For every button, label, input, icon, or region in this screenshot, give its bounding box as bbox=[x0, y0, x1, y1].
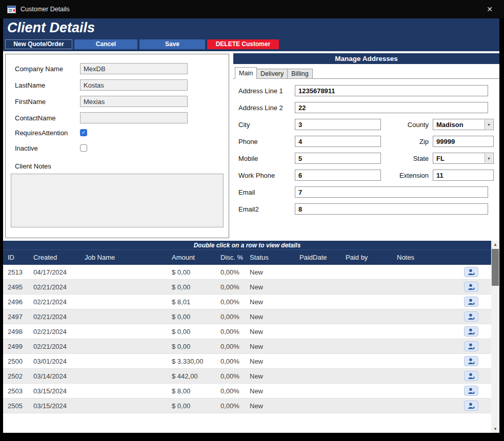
view-customer-icon[interactable] bbox=[464, 297, 478, 307]
work-phone-input[interactable]: 6 bbox=[295, 170, 381, 181]
contact-name-input[interactable] bbox=[80, 112, 188, 123]
client-notes-input[interactable] bbox=[11, 174, 224, 227]
col-amount: Amount bbox=[167, 254, 216, 261]
content-area: Company Name MexDB LastName Kostas First… bbox=[3, 51, 499, 241]
email2-label: Email2 bbox=[238, 205, 295, 213]
email2-input[interactable]: 8 bbox=[295, 203, 488, 215]
client-info-panel: Company Name MexDB LastName Kostas First… bbox=[5, 54, 229, 238]
table-row[interactable]: 2513 04/17/2024 $ 0,00 0,00% New bbox=[3, 265, 491, 280]
col-job-name: Job Name bbox=[80, 254, 167, 261]
scroll-up-icon[interactable]: ▲ bbox=[491, 241, 499, 248]
view-customer-icon[interactable] bbox=[464, 311, 478, 322]
page-title: Client Details bbox=[7, 20, 95, 36]
contact-name-label: ContactName bbox=[15, 114, 80, 122]
title-bar: Customer Details ✕ bbox=[0, 0, 504, 18]
grid-body: 2513 04/17/2024 $ 0,00 0,00% New 2495 02… bbox=[3, 265, 499, 413]
zip-input[interactable]: 99999 bbox=[433, 136, 494, 147]
address-tabs: Main Delivery Billing bbox=[233, 67, 499, 79]
manage-addresses-header: Manage Addresses bbox=[233, 53, 499, 64]
manage-addresses-panel: Manage Addresses Main Delivery Billing A… bbox=[233, 53, 499, 241]
table-row[interactable]: 2496 02/21/2024 $ 8,01 0,00% New bbox=[3, 295, 491, 309]
app-icon bbox=[7, 6, 16, 13]
col-paidby: Paid by bbox=[341, 254, 392, 261]
email-label: Email bbox=[238, 188, 295, 196]
city-input[interactable]: 3 bbox=[295, 119, 381, 130]
state-select[interactable]: FL ▼ bbox=[433, 153, 494, 164]
delete-customer-button[interactable]: DELETE Customer bbox=[207, 39, 279, 49]
view-customer-icon[interactable] bbox=[464, 371, 478, 381]
col-paiddate: PaidDate bbox=[295, 254, 341, 261]
extension-label: Extension bbox=[381, 172, 433, 179]
table-row[interactable]: 2498 02/21/2024 $ 0,00 0,00% New bbox=[3, 324, 491, 339]
view-customer-icon[interactable] bbox=[464, 267, 478, 277]
view-customer-icon[interactable] bbox=[464, 326, 478, 337]
jobs-grid-section: Double click on a row to view details ID… bbox=[3, 241, 499, 433]
chevron-down-icon[interactable]: ▼ bbox=[485, 154, 493, 163]
view-customer-icon[interactable] bbox=[464, 401, 478, 411]
city-label: City bbox=[238, 121, 295, 129]
check-icon: ✓ bbox=[82, 130, 86, 135]
view-customer-icon[interactable] bbox=[464, 341, 478, 351]
requires-attention-label: RequiresAttention bbox=[15, 129, 80, 137]
phone-input[interactable]: 4 bbox=[295, 136, 381, 147]
email-input[interactable]: 7 bbox=[295, 186, 488, 198]
page-header: Client Details bbox=[3, 18, 499, 37]
address-line1-input[interactable]: 1235678911 bbox=[295, 85, 488, 96]
address-line2-input[interactable]: 22 bbox=[295, 102, 488, 113]
mobile-label: Mobile bbox=[238, 155, 295, 162]
work-phone-label: Work Phone bbox=[238, 172, 295, 179]
view-customer-icon[interactable] bbox=[464, 282, 478, 292]
mobile-input[interactable]: 5 bbox=[295, 153, 381, 164]
inactive-label: Inactive bbox=[15, 144, 80, 152]
new-quote-order-button[interactable]: New Quote/Order bbox=[5, 39, 72, 49]
company-name-label: Company Name bbox=[15, 65, 80, 73]
client-notes-label: Client Notes bbox=[15, 162, 229, 171]
close-icon[interactable]: ✕ bbox=[487, 5, 493, 13]
requires-attention-checkbox[interactable]: ✓ bbox=[80, 129, 87, 136]
address-line2-label: Address Line 2 bbox=[238, 104, 295, 112]
col-notes: Notes bbox=[392, 254, 460, 261]
zip-label: Zip bbox=[381, 138, 433, 145]
tab-billing[interactable]: Billing bbox=[287, 69, 312, 79]
window-title: Customer Details bbox=[21, 6, 70, 13]
view-customer-icon[interactable] bbox=[464, 356, 478, 366]
last-name-input[interactable]: Kostas bbox=[80, 79, 188, 91]
first-name-label: FirstName bbox=[15, 98, 80, 106]
table-row[interactable]: 2505 03/15/2024 $ 0,00 0,00% New bbox=[3, 398, 491, 413]
view-customer-icon[interactable] bbox=[464, 386, 478, 396]
col-disc: Disc. % bbox=[216, 254, 245, 261]
col-created: Created bbox=[29, 254, 80, 261]
chevron-down-icon[interactable]: ▼ bbox=[485, 120, 493, 129]
grid-hint: Double click on a row to view details bbox=[3, 241, 491, 249]
grid-scrollbar[interactable]: ▲ ▼ bbox=[491, 241, 499, 433]
last-name-label: LastName bbox=[15, 81, 80, 89]
phone-label: Phone bbox=[238, 138, 295, 145]
tab-main[interactable]: Main bbox=[235, 67, 257, 79]
tab-delivery[interactable]: Delivery bbox=[256, 69, 288, 79]
inactive-checkbox[interactable]: ✓ bbox=[80, 144, 87, 152]
state-label: State bbox=[381, 155, 433, 162]
save-button[interactable]: Save bbox=[139, 39, 205, 49]
first-name-input[interactable]: Mexias bbox=[80, 96, 188, 107]
table-row[interactable]: 2502 03/14/2024 $ 442,00 0,00% New bbox=[3, 369, 491, 384]
toolbar: New Quote/Order Cancel Save DELETE Custo… bbox=[3, 37, 499, 51]
extension-input[interactable]: 11 bbox=[433, 170, 494, 181]
scroll-down-icon[interactable]: ▼ bbox=[491, 425, 499, 433]
table-row[interactable]: 2497 02/21/2024 $ 0,00 0,00% New bbox=[3, 309, 491, 324]
company-name-input[interactable]: MexDB bbox=[80, 63, 188, 74]
col-id: ID bbox=[3, 254, 29, 261]
table-row[interactable]: 2495 02/21/2024 $ 0,00 0,00% New bbox=[3, 280, 491, 295]
table-row[interactable]: 2500 03/01/2024 $ 3.330,00 0,00% New bbox=[3, 354, 491, 369]
table-row[interactable]: 2503 03/15/2024 $ 8,00 0,00% New bbox=[3, 384, 491, 398]
county-select[interactable]: Madison ▼ bbox=[433, 119, 494, 130]
table-row[interactable]: 2499 02/21/2024 $ 0,00 0,00% New bbox=[3, 339, 491, 354]
address-form: Address Line 1 1235678911 Address Line 2… bbox=[233, 78, 499, 241]
col-status: Status bbox=[245, 254, 295, 261]
grid-header: ID Created Job Name Amount Disc. % Statu… bbox=[3, 249, 491, 265]
county-label: County bbox=[381, 121, 433, 129]
cancel-button[interactable]: Cancel bbox=[74, 39, 137, 49]
customer-details-window: Client Details New Quote/Order Cancel Sa… bbox=[3, 18, 499, 433]
address-line1-label: Address Line 1 bbox=[238, 87, 295, 95]
scrollbar-thumb[interactable] bbox=[492, 249, 499, 286]
